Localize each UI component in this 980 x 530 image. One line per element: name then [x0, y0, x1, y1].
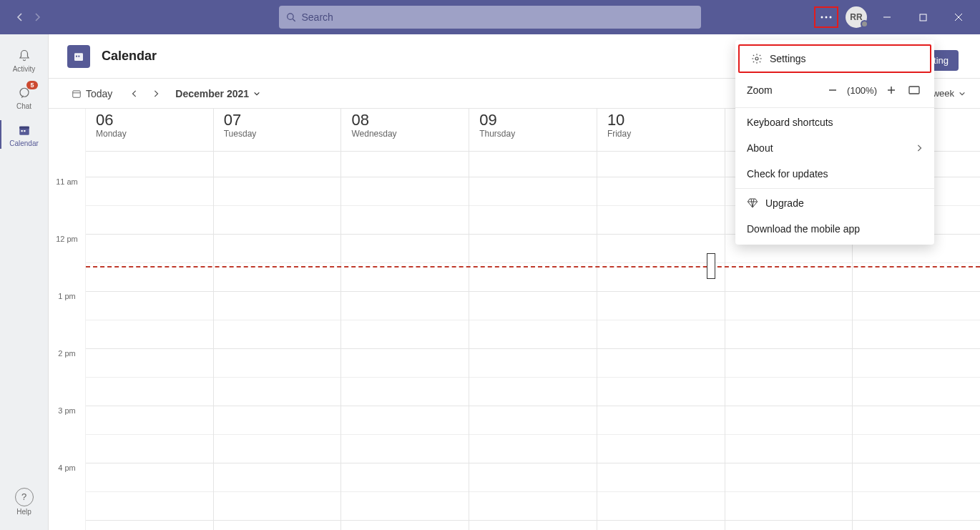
time-slot[interactable]	[597, 463, 725, 492]
time-slot[interactable]	[469, 492, 597, 521]
time-slot[interactable]	[86, 492, 213, 521]
time-slot[interactable]	[469, 406, 597, 435]
menu-download-mobile[interactable]: Download the mobile app	[735, 216, 934, 242]
time-slot[interactable]	[86, 435, 213, 463]
time-slot[interactable]	[725, 492, 853, 521]
fullscreen-button[interactable]	[906, 82, 923, 99]
time-slot[interactable]	[214, 177, 341, 206]
rail-calendar[interactable]: Calendar	[0, 116, 49, 153]
time-slot[interactable]	[86, 378, 213, 406]
time-slot[interactable]	[469, 378, 597, 406]
time-slot[interactable]	[214, 406, 341, 435]
time-slot[interactable]	[725, 349, 853, 378]
time-slot[interactable]	[597, 235, 725, 263]
time-slot[interactable]	[597, 320, 725, 349]
month-picker[interactable]: December 2021	[175, 88, 260, 99]
time-slot[interactable]	[86, 177, 213, 206]
rail-help[interactable]: ? Help	[0, 483, 49, 520]
allday-row[interactable]	[341, 152, 469, 177]
time-slot[interactable]	[341, 521, 469, 530]
time-slot[interactable]	[341, 235, 469, 263]
time-slot[interactable]	[214, 463, 341, 492]
time-slot[interactable]	[725, 435, 853, 463]
day-header[interactable]: 08Wednesday	[341, 109, 469, 152]
time-slot[interactable]	[597, 521, 725, 530]
time-slot[interactable]	[86, 463, 213, 492]
allday-row[interactable]	[597, 152, 725, 177]
allday-row[interactable]	[469, 152, 597, 177]
time-slot[interactable]	[853, 435, 980, 463]
time-slot[interactable]	[341, 206, 469, 235]
time-slot[interactable]	[853, 263, 980, 292]
time-slot[interactable]	[597, 406, 725, 435]
time-slot[interactable]	[469, 463, 597, 492]
time-slot[interactable]	[597, 435, 725, 463]
time-slot[interactable]	[86, 292, 213, 320]
time-slot[interactable]	[469, 349, 597, 378]
time-slot[interactable]	[597, 292, 725, 320]
menu-check-updates[interactable]: Check for updates	[735, 161, 934, 187]
rail-activity[interactable]: Activity	[0, 41, 49, 79]
time-slot[interactable]	[341, 349, 469, 378]
time-slot[interactable]	[597, 492, 725, 521]
time-slot[interactable]	[725, 463, 853, 492]
time-slot[interactable]	[853, 521, 980, 530]
time-slot[interactable]	[469, 320, 597, 349]
time-slot[interactable]	[597, 378, 725, 406]
time-slot[interactable]	[214, 292, 341, 320]
time-slot[interactable]	[86, 320, 213, 349]
time-slot[interactable]	[214, 320, 341, 349]
time-slot[interactable]	[469, 206, 597, 235]
time-slot[interactable]	[341, 177, 469, 206]
time-slot[interactable]	[469, 521, 597, 530]
time-slot[interactable]	[469, 435, 597, 463]
nav-back-button[interactable]	[13, 10, 27, 24]
time-slot[interactable]	[214, 521, 341, 530]
time-slot[interactable]	[853, 492, 980, 521]
rail-chat[interactable]: 5 Chat	[0, 79, 49, 116]
time-slot[interactable]	[853, 406, 980, 435]
time-slot[interactable]	[469, 263, 597, 292]
time-slot[interactable]	[86, 235, 213, 263]
time-slot[interactable]	[341, 292, 469, 320]
time-slot[interactable]	[214, 349, 341, 378]
time-slot[interactable]	[725, 320, 853, 349]
menu-keyboard-shortcuts[interactable]: Keyboard shortcuts	[735, 109, 934, 135]
time-slot[interactable]	[341, 406, 469, 435]
search-box[interactable]	[279, 6, 701, 29]
avatar[interactable]: RR	[846, 6, 867, 28]
time-slot[interactable]	[214, 206, 341, 235]
time-slot[interactable]	[86, 406, 213, 435]
day-header[interactable]: 06Monday	[86, 109, 213, 152]
time-slot[interactable]	[853, 378, 980, 406]
time-slot[interactable]	[86, 263, 213, 292]
time-slot[interactable]	[341, 463, 469, 492]
time-slot[interactable]	[597, 349, 725, 378]
nav-forward-button[interactable]	[30, 10, 44, 24]
menu-upgrade[interactable]: Upgrade	[735, 190, 934, 216]
prev-period-button[interactable]	[125, 84, 144, 103]
time-slot[interactable]	[853, 349, 980, 378]
time-slot[interactable]	[341, 320, 469, 349]
time-slot[interactable]	[725, 292, 853, 320]
day-header[interactable]: 10Friday	[597, 109, 725, 152]
day-header[interactable]: 09Thursday	[469, 109, 597, 152]
time-slot[interactable]	[341, 378, 469, 406]
window-close-button[interactable]	[943, 6, 974, 29]
menu-settings[interactable]: Settings	[738, 44, 931, 73]
time-slot[interactable]	[469, 292, 597, 320]
time-slot[interactable]	[725, 263, 853, 292]
next-period-button[interactable]	[147, 84, 165, 103]
today-button[interactable]: Today	[66, 85, 118, 102]
time-slot[interactable]	[86, 521, 213, 530]
time-slot[interactable]	[853, 320, 980, 349]
window-maximize-button[interactable]	[907, 6, 939, 29]
allday-row[interactable]	[86, 152, 213, 177]
time-slot[interactable]	[597, 263, 725, 292]
time-slot[interactable]	[469, 235, 597, 263]
time-slot[interactable]	[725, 406, 853, 435]
time-slot[interactable]	[86, 206, 213, 235]
more-options-button[interactable]	[814, 6, 838, 28]
time-slot[interactable]	[469, 177, 597, 206]
time-slot[interactable]	[214, 235, 341, 263]
